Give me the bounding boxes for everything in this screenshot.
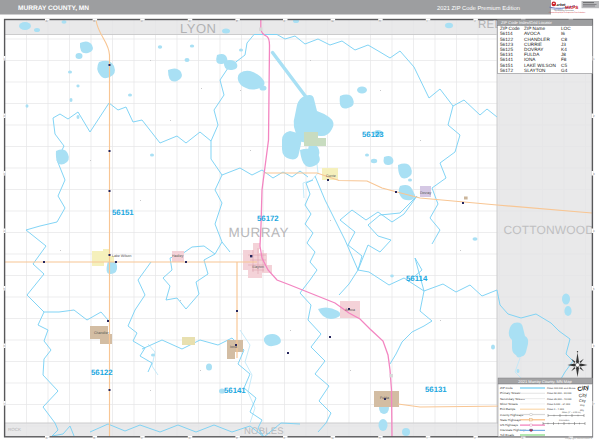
svg-text:56123: 56123 bbox=[362, 130, 384, 139]
svg-text:56172: 56172 bbox=[500, 68, 513, 73]
svg-text:Cities 25,000 - 49,999: Cities 25,000 - 49,999 bbox=[547, 398, 572, 401]
svg-text:A: A bbox=[46, 19, 48, 23]
svg-text:H: H bbox=[379, 19, 381, 23]
svg-text:Miles (1" = 4.89 mi): Miles (1" = 4.89 mi) bbox=[562, 411, 581, 414]
svg-text:Avoca: Avoca bbox=[345, 308, 355, 312]
svg-text:Cities 100,000 and Above: Cities 100,000 and Above bbox=[547, 387, 576, 390]
svg-text:US Highways: US Highways bbox=[500, 423, 519, 427]
svg-text:ROCK: ROCK bbox=[8, 427, 21, 432]
svg-text:Cities 1 - 4,999: Cities 1 - 4,999 bbox=[547, 408, 564, 411]
svg-text:6: 6 bbox=[593, 344, 595, 348]
svg-text:56141: 56141 bbox=[224, 386, 246, 395]
svg-text:MURRAY: MURRAY bbox=[229, 225, 290, 240]
svg-text:LYON: LYON bbox=[180, 21, 216, 36]
svg-text:H: H bbox=[379, 436, 381, 440]
svg-text:Toll Roads: Toll Roads bbox=[500, 433, 515, 437]
svg-text:ZIP Code: ZIP Code bbox=[500, 386, 513, 390]
svg-text:B: B bbox=[93, 19, 95, 23]
svg-text:Custom Mapping & Demographic D: Custom Mapping & Demographic Data Soluti… bbox=[549, 11, 585, 14]
svg-text:1: 1 bbox=[593, 57, 595, 61]
svg-text:2021 ZIP Code Premium Edition: 2021 ZIP Code Premium Edition bbox=[437, 5, 520, 12]
svg-text:Exit Ramps: Exit Ramps bbox=[500, 407, 516, 411]
svg-text:4: 4 bbox=[593, 229, 595, 233]
svg-text:COTTONWOOD: COTTONWOOD bbox=[504, 223, 595, 237]
svg-text:Currie: Currie bbox=[326, 174, 336, 178]
svg-text:E: E bbox=[236, 19, 238, 23]
svg-text:5: 5 bbox=[593, 287, 595, 291]
svg-text:E: E bbox=[236, 436, 238, 440]
svg-text:G4: G4 bbox=[561, 68, 568, 73]
svg-text:ZIP Code Index/Grid Locator: ZIP Code Index/Grid Locator bbox=[501, 20, 553, 25]
svg-text:A: A bbox=[46, 436, 48, 440]
svg-text:B: B bbox=[93, 436, 95, 440]
svg-text:56172: 56172 bbox=[257, 214, 279, 223]
svg-text:2: 2 bbox=[593, 114, 595, 118]
svg-text:City: City bbox=[580, 404, 585, 407]
svg-text:Cities 50,000 - 99,999: Cities 50,000 - 99,999 bbox=[547, 392, 572, 395]
svg-text:7: 7 bbox=[593, 402, 595, 406]
svg-text:2021 Murray County, MN Map: 2021 Murray County, MN Map bbox=[518, 379, 572, 384]
svg-text:Minor Streets: Minor Streets bbox=[500, 402, 518, 406]
svg-text:Hadley: Hadley bbox=[172, 254, 183, 258]
svg-text:Chandler: Chandler bbox=[94, 331, 109, 335]
svg-text:3: 3 bbox=[593, 172, 595, 176]
svg-text:56151: 56151 bbox=[112, 208, 134, 217]
svg-text:F: F bbox=[284, 436, 286, 440]
svg-text:Slayton: Slayton bbox=[252, 265, 264, 269]
svg-text:MURRAY COUNTY, MN: MURRAY COUNTY, MN bbox=[18, 5, 89, 12]
svg-text:Iona: Iona bbox=[230, 345, 237, 349]
svg-text:Cities 5,000 - 24,999: Cities 5,000 - 24,999 bbox=[547, 403, 571, 406]
svg-text:F: F bbox=[284, 19, 286, 23]
svg-text:Lake Wilson: Lake Wilson bbox=[112, 254, 132, 258]
svg-text:NOBLES: NOBLES bbox=[244, 426, 284, 437]
svg-text:56122: 56122 bbox=[91, 368, 113, 377]
svg-text:Primary Streets: Primary Streets bbox=[500, 391, 521, 395]
svg-text:K: K bbox=[522, 436, 524, 440]
svg-text:56131: 56131 bbox=[425, 385, 447, 394]
svg-text:SLAYTON: SLAYTON bbox=[524, 68, 545, 73]
svg-text:State Highways: State Highways bbox=[500, 418, 521, 422]
svg-text:City: City bbox=[579, 399, 586, 403]
svg-text:Kilometers: Kilometers bbox=[559, 419, 570, 422]
svg-text:Fulda: Fulda bbox=[380, 396, 389, 400]
svg-text:56114: 56114 bbox=[406, 274, 428, 283]
svg-text:Dovray: Dovray bbox=[420, 191, 432, 195]
